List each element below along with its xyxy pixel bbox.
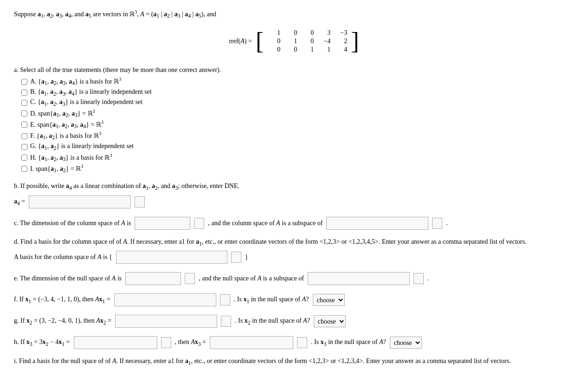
ax3-side-box xyxy=(297,337,307,348)
matrix-grid: 1003−3 010−42 00114 xyxy=(264,27,351,55)
option-B: B. {a1, a2, a3, a4} is a linearly indepe… xyxy=(21,88,574,97)
rref-label: rref(A) = xyxy=(229,38,252,45)
part-h-null-label: . Is x3 in the null space of A? xyxy=(311,338,386,347)
checkbox-F[interactable] xyxy=(21,133,27,139)
part-c-label-middle: , and the column space of A is a subspac… xyxy=(208,220,323,227)
ax3-input[interactable] xyxy=(210,336,293,349)
part-c: c. The dimension of the column space of … xyxy=(14,217,574,230)
part-g-null-label: . Is x2 in the null space of A? xyxy=(235,317,310,326)
part-i-label: i. Find a basis for the null space of of… xyxy=(14,357,574,366)
checkbox-D[interactable] xyxy=(21,110,27,117)
col-basis-label: A basis for the column space of A is { xyxy=(14,253,112,261)
part-d-label: d. Find a basis for the column space of … xyxy=(14,238,574,247)
option-A: A. {a1, a2, a3, a4} is a basis for ℝ3 xyxy=(21,77,574,86)
part-c-dot: . xyxy=(446,220,448,227)
a4-label: a4 = xyxy=(14,198,25,207)
part-e: e. The dimension of the null space of A … xyxy=(14,272,574,285)
checkbox-A[interactable] xyxy=(21,79,27,85)
part-e-dot: . xyxy=(427,275,429,282)
col-basis-side-box xyxy=(231,252,241,263)
checkbox-C[interactable] xyxy=(21,100,27,106)
col-dim-side-box xyxy=(194,218,204,229)
part-h-label-before: h. If x3 = 3x2 − 4x1 = xyxy=(14,338,70,347)
option-H: H. {a1, a2, a3} is a basis for ℝ3 xyxy=(21,153,574,162)
matrix-bracket-left: [ xyxy=(256,29,264,53)
a4-side-box xyxy=(135,196,145,208)
checkbox-B[interactable] xyxy=(21,90,27,96)
part-e-label-middle: , and the null space of A is a subspace … xyxy=(199,275,304,282)
ax1-side-box xyxy=(220,294,230,305)
null-subspace-input[interactable] xyxy=(308,272,410,285)
checkbox-E[interactable] xyxy=(21,122,27,128)
rref-section: rref(A) = [ 1003−3 010−42 00114 ] xyxy=(14,27,574,55)
x3-input[interactable] xyxy=(74,336,157,349)
part-h-then: , then Ax3 = xyxy=(175,338,206,347)
x1-null-select[interactable]: choose yes no xyxy=(313,294,345,306)
x2-null-select[interactable]: choose yes no xyxy=(314,315,346,327)
part-a-options: A. {a1, a2, a3, a4} is a basis for ℝ3 B.… xyxy=(21,77,574,174)
option-E: E. span{a1, a2, a3, a4} = ℝ3 xyxy=(21,120,574,130)
null-subspace-side-box xyxy=(414,273,424,284)
option-D: D. span{a1, a2, a3} = ℝ3 xyxy=(21,109,574,118)
part-b-label: b. If possible, write a4 as a linear com… xyxy=(14,182,574,191)
part-e-label-before: e. The dimension of the null space of A … xyxy=(14,275,122,282)
matrix-bracket-right: ] xyxy=(351,29,359,53)
part-g: g. If x2 = (3, −2, −4, 0, 1), then Ax2 =… xyxy=(14,315,574,328)
option-F: F. {a1, a2} is a basis for ℝ3 xyxy=(21,131,574,141)
part-i: i. Find a basis for the null space of of… xyxy=(14,357,574,370)
col-basis-close: } xyxy=(245,253,248,261)
option-G: G. {a1, a2} is a linearly independent se… xyxy=(21,143,574,151)
checkbox-I[interactable] xyxy=(21,166,27,172)
part-c-label-before: c. The dimension of the column space of … xyxy=(14,220,131,227)
part-f-null-label: . Is x1 in the null space of A? xyxy=(234,296,309,305)
ax1-input[interactable] xyxy=(114,293,216,306)
part-b: b. If possible, write a4 as a linear com… xyxy=(14,182,574,209)
x3-null-select[interactable]: choose yes no xyxy=(390,337,422,349)
col-subspace-side-box xyxy=(432,218,442,229)
ax2-side-box xyxy=(221,316,231,327)
checkbox-H[interactable] xyxy=(21,155,27,161)
col-dim-input[interactable] xyxy=(135,217,190,230)
part-h: h. If x3 = 3x2 − 4x1 = , then Ax3 = . Is… xyxy=(14,336,574,349)
part-d: d. Find a basis for the column space of … xyxy=(14,238,574,264)
checkbox-G[interactable] xyxy=(21,144,27,150)
option-I: I. span{a1, a2} = ℝ3 xyxy=(21,164,574,174)
x3-side-box xyxy=(161,337,171,348)
null-dim-side-box xyxy=(185,273,195,284)
part-a-label: a. Select all of the true statements (th… xyxy=(14,66,574,74)
part-f: f. If x1 = (−3, 4, −1, 1, 0), then Ax1 =… xyxy=(14,293,574,306)
col-subspace-input[interactable] xyxy=(326,217,428,230)
col-basis-input[interactable] xyxy=(116,251,227,264)
part-a: a. Select all of the true statements (th… xyxy=(14,66,574,174)
a4-input[interactable] xyxy=(29,195,131,208)
part-g-label: g. If x2 = (3, −2, −4, 0, 1), then Ax2 = xyxy=(14,317,111,326)
part-f-label: f. If x1 = (−3, 4, −1, 1, 0), then Ax1 = xyxy=(14,296,110,305)
null-dim-input[interactable] xyxy=(125,272,181,285)
intro-text: Suppose a1, a2, a3, a4, and a5 are vecto… xyxy=(14,9,574,19)
option-C: C. {a1, a2, a3} is a linearly independen… xyxy=(21,98,574,107)
matrix-wrapper: [ 1003−3 010−42 00114 ] xyxy=(256,27,359,55)
ax2-input[interactable] xyxy=(115,315,217,328)
